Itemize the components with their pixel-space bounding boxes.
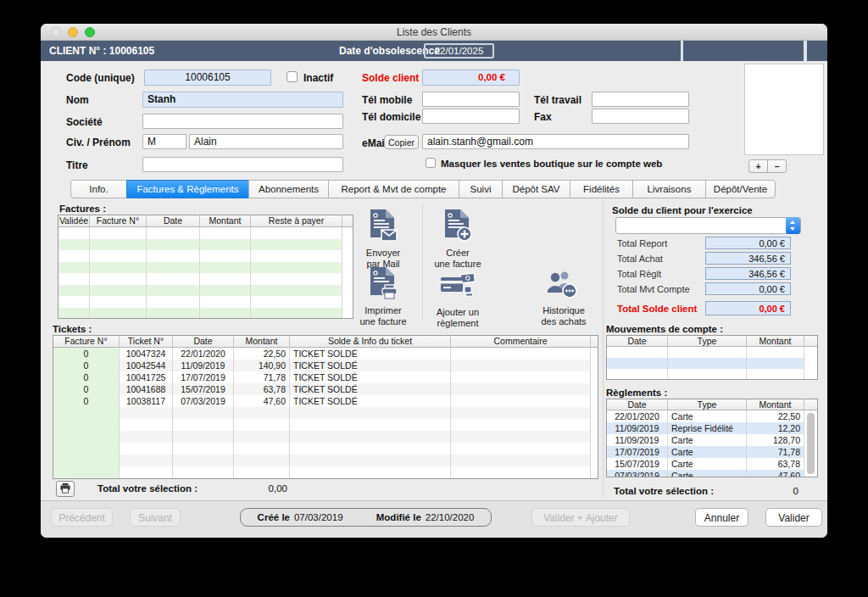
table-row[interactable] — [53, 443, 598, 455]
obsolescence-date-field[interactable]: 22/01/2025 — [424, 43, 494, 59]
factures-table[interactable]: Validée Facture N° Date Montant Reste à … — [58, 215, 353, 319]
reglement-row[interactable]: 17/07/2019Carte71,78 — [607, 446, 817, 458]
societe-field[interactable] — [142, 114, 343, 129]
ticket-row[interactable]: 01004168815/07/201963,78TICKET SOLDÉ — [53, 383, 598, 395]
exercice-dropdown[interactable] — [615, 217, 801, 234]
client-photo — [744, 64, 824, 155]
valider-button[interactable]: Valider — [765, 508, 822, 527]
col-validee[interactable]: Validée — [58, 215, 90, 226]
col-solde-info[interactable]: Solde & Info du ticket — [290, 336, 451, 347]
precedent-button[interactable]: Précédent — [51, 508, 113, 527]
add-payment-action[interactable]: Ajouter unrèglement — [417, 266, 498, 329]
table-row[interactable] — [58, 227, 353, 239]
col-montant[interactable]: Montant — [234, 336, 290, 347]
table-row[interactable] — [607, 369, 817, 380]
col-facture-no[interactable]: Facture N° — [90, 215, 147, 226]
col-montant[interactable]: Montant — [200, 215, 251, 226]
tab-report-mvt[interactable]: Report & Mvt de compte — [328, 180, 459, 198]
send-mail-action[interactable]: Envoyerpar Mail — [342, 209, 424, 270]
total-solde-label: Total Solde client — [617, 304, 697, 314]
col-ticket-no[interactable]: Ticket N° — [120, 336, 173, 347]
fax-field[interactable] — [592, 109, 689, 124]
table-row[interactable] — [53, 455, 598, 466]
masquer-checkbox[interactable] — [426, 158, 436, 168]
tel-domicile-label: Tél domicile — [362, 111, 420, 123]
col-facture-no[interactable]: Facture N° — [53, 336, 120, 347]
table-row[interactable] — [53, 466, 598, 478]
table-row[interactable] — [58, 296, 353, 308]
table-row[interactable] — [607, 347, 817, 358]
tel-travail-field[interactable] — [592, 92, 689, 107]
payment-card-icon — [439, 271, 476, 302]
tel-travail-label: Tél travail — [534, 94, 581, 106]
tab-fidelites[interactable]: Fidélités — [570, 180, 633, 198]
table-row[interactable] — [58, 239, 353, 251]
ticket-row[interactable]: 01004254411/09/2019140,90TICKET SOLDÉ — [53, 360, 598, 371]
col-type[interactable]: Type — [668, 399, 747, 410]
photo-add-button[interactable]: + — [748, 159, 768, 173]
tickets-table[interactable]: Facture N° Ticket N° Date Montant Solde … — [53, 335, 598, 479]
tel-mobile-field[interactable] — [422, 92, 520, 107]
reglement-row[interactable]: 11/09/2019Carte128,70 — [607, 434, 817, 446]
copier-button[interactable]: Copier — [384, 135, 419, 149]
col-montant[interactable]: Montant — [747, 336, 804, 346]
reglement-row[interactable]: 15/07/2019Carte63,78 — [607, 458, 817, 470]
code-field[interactable]: 10006105 — [144, 70, 271, 86]
create-invoice-action[interactable]: Créerune facture — [417, 209, 498, 270]
tab-factures-reglements[interactable]: Factures & Règlements — [126, 180, 249, 198]
modified-date: Modifié le22/10/2020 — [376, 512, 475, 522]
reglements-table[interactable]: Date Type Montant 22/01/2020Carte22,50 1… — [606, 399, 818, 477]
email-field[interactable] — [422, 134, 689, 149]
table-row[interactable] — [58, 250, 353, 262]
nom-field[interactable]: Stanh — [142, 92, 343, 108]
footer-bar: Précédent Suivant Créé le07/03/2019 Modi… — [41, 500, 827, 538]
purchase-history-action[interactable]: Historiquedes achats — [523, 266, 604, 327]
table-row[interactable] — [58, 285, 353, 297]
annuler-button[interactable]: Annuler — [695, 508, 748, 527]
col-date[interactable]: Date — [147, 215, 200, 226]
tel-domicile-field[interactable] — [422, 109, 520, 124]
col-commentaire[interactable]: Commentaire — [451, 336, 591, 347]
ticket-row[interactable]: 01003811707/03/201947,60TICKET SOLDÉ — [53, 395, 598, 407]
photo-remove-button[interactable]: − — [767, 159, 787, 173]
mail-document-icon — [368, 209, 398, 243]
col-montant[interactable]: Montant — [747, 399, 804, 410]
table-row[interactable] — [58, 273, 353, 285]
col-type[interactable]: Type — [668, 336, 747, 346]
title-bar[interactable]: Liste des Clients — [41, 24, 827, 41]
tab-info[interactable]: Info. — [70, 180, 127, 198]
client-number: CLIENT N° : 10006105 — [49, 45, 154, 57]
table-row[interactable] — [53, 431, 598, 443]
civilite-field[interactable] — [142, 134, 186, 149]
total-mvt-label: Total Mvt Compte — [617, 284, 690, 294]
tab-depot-vente[interactable]: Dépôt/Vente — [705, 180, 776, 198]
table-row[interactable] — [607, 358, 817, 369]
table-row[interactable] — [58, 262, 353, 274]
reglement-row[interactable]: 11/09/2019Reprise Fidélité12,20 — [607, 422, 817, 434]
tab-suivi[interactable]: Suivi — [459, 180, 503, 198]
table-row[interactable] — [53, 407, 598, 419]
col-date[interactable]: Date — [607, 336, 668, 346]
col-date[interactable]: Date — [173, 336, 234, 347]
suivant-button[interactable]: Suivant — [130, 508, 181, 527]
table-row[interactable] — [53, 419, 598, 431]
reglement-row[interactable]: 22/01/2020Carte22,50 — [607, 410, 817, 422]
ticket-row[interactable]: 01004172517/07/201971,78TICKET SOLDÉ — [53, 371, 598, 383]
table-row[interactable] — [58, 308, 353, 320]
ticket-row[interactable]: 01004732422/01/202022,50TICKET SOLDÉ — [53, 348, 598, 360]
mouvements-table[interactable]: Date Type Montant — [606, 335, 818, 380]
prenom-field[interactable] — [189, 134, 343, 149]
tab-livraisons[interactable]: Livraisons — [632, 180, 706, 198]
titre-field[interactable] — [142, 157, 343, 172]
col-reste[interactable]: Reste à payer — [251, 215, 342, 226]
dropdown-stepper-icon[interactable] — [786, 217, 800, 234]
tab-depot-sav[interactable]: Dépôt SAV — [502, 180, 570, 198]
tab-abonnements[interactable]: Abonnements — [248, 180, 329, 198]
valider-ajouter-button[interactable]: Valider + Ajouter — [531, 508, 630, 527]
reglement-row[interactable]: 07/03/2019Carte47,60 — [607, 470, 817, 477]
print-invoice-action[interactable]: Imprimerune facture — [342, 266, 424, 327]
scrollbar-thumb[interactable] — [807, 413, 815, 474]
inactif-checkbox[interactable] — [287, 71, 298, 82]
col-date[interactable]: Date — [607, 399, 668, 410]
print-tickets-button[interactable] — [56, 481, 75, 497]
